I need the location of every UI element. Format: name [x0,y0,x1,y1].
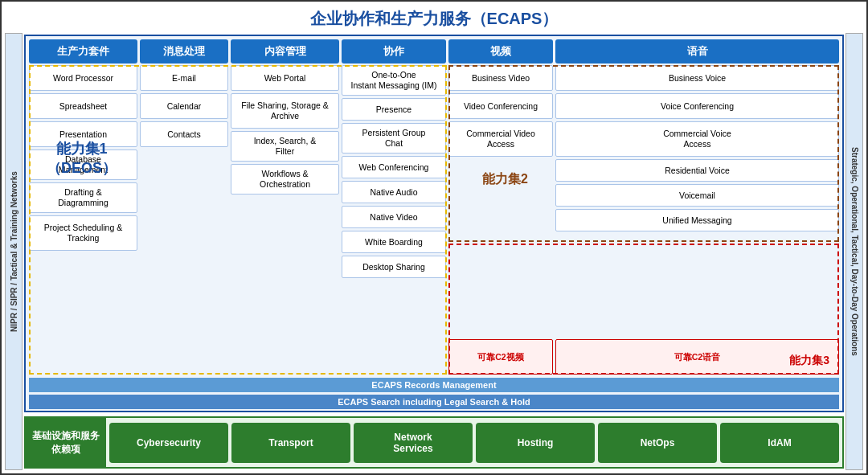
cell-spreadsheet: Spreadsheet [29,93,137,119]
col-header-voice: 语音 [555,39,839,63]
records-bar: ECAPS Records Management [29,378,839,392]
infra-network-services: NetworkServices [354,423,473,463]
cell-presence: Presence [342,98,446,121]
col-collab: One-to-OneInstant Messaging (IM) Presenc… [342,65,446,375]
left-label: NIPR / SIPR / Tactical & Training Networ… [5,33,23,470]
infra-idam: IdAM [720,423,839,463]
cell-c2-video: 可靠C2视频 [448,339,553,375]
infra-items: Cybersecurity Transport NetworkServices … [106,418,842,467]
cell-word-processor: Word Processor [29,65,137,91]
column-headers: 生产力套件 消息处理 内容管理 协作 视频 语音 [29,39,839,63]
cell-native-video: Native Video [342,206,446,228]
col-header-productivity: 生产力套件 [29,39,137,63]
cell-voice-spacer [555,234,839,337]
cell-voice-conferencing: Voice Conferencing [555,93,839,119]
cell-commercial-video: Commercial VideoAccess [448,121,553,157]
cell-desktop-sharing: Desktop Sharing [342,256,446,278]
cell-business-voice: Business Voice [555,65,839,91]
cell-unified-messaging: Unified Messaging [555,209,839,231]
infra-transport: Transport [231,423,350,463]
columns-content: 能力集1（DEOS） 能力集2 能力集3 Word Processor Spre… [29,65,839,375]
col-header-content: 内容管理 [231,39,339,63]
cell-business-video: Business Video [448,65,553,91]
col-content-mgmt: Web Portal File Sharing, Storage &Archiv… [231,65,339,375]
cell-video-conferencing: Video Conferencing [448,93,553,119]
cell-database: DatabaseManagement [29,149,137,180]
center-area: 生产力套件 消息处理 内容管理 协作 视频 语音 能力集1（DEOS） 能力集2 [23,33,845,470]
col-productivity: Word Processor Spreadsheet Presentation … [29,65,137,375]
col-header-collab: 协作 [342,39,446,63]
infra-cybersecurity: Cybersecurity [109,423,228,463]
cell-c2-voice: 可靠C2语音 [555,339,839,375]
cell-calendar: Calendar [140,93,228,119]
cell-persistent-group: Persistent GroupChat [342,123,446,154]
main-container: 企业协作和生产力服务（ECAPS） NIPR / SIPR / Tactical… [0,0,868,475]
infra-label: 基础设施和服务依赖项 [26,418,106,467]
cell-commercial-voice: Commercial VoiceAccess [555,121,839,157]
infra-box: 基础设施和服务依赖项 Cybersecurity Transport Netwo… [24,416,844,469]
cell-voicemail: Voicemail [555,184,839,207]
main-title: 企业协作和生产力服务（ECAPS） [5,5,863,33]
cell-workflows: Workflows &Orchestration [231,164,339,195]
cell-white-boarding: White Boarding [342,231,446,253]
cell-contacts: Contacts [140,121,228,147]
right-label: Strategic, Operational, Tactical, Day-to… [845,33,863,470]
cell-index-search: Index, Search, &Filter [231,131,339,162]
cell-presentation: Presentation [29,121,137,147]
cell-one-to-one: One-to-OneInstant Messaging (IM) [342,65,446,96]
cell-email: E-mail [140,65,228,91]
cell-project: Project Scheduling &Tracking [29,215,137,251]
cell-residential-voice: Residential Voice [555,159,839,182]
cell-web-conf: Web Conferencing [342,156,446,178]
content-area: NIPR / SIPR / Tactical & Training Networ… [5,33,863,470]
col-header-video: 视频 [448,39,553,63]
infra-hosting: Hosting [476,423,595,463]
col-header-messaging: 消息处理 [140,39,228,63]
col-messaging: E-mail Calendar Contacts [140,65,228,375]
infra-netops: NetOps [598,423,717,463]
cell-file-sharing: File Sharing, Storage &Archive [231,93,339,129]
cell-native-audio: Native Audio [342,181,446,203]
cell-drafting: Drafting &Diagramming [29,182,137,213]
search-bar: ECAPS Search including Legal Search & Ho… [29,395,839,409]
col-voice: Business Voice Voice Conferencing Commer… [555,65,839,375]
cell-video-spacer [448,159,553,337]
col-video: Business Video Video Conferencing Commer… [448,65,553,375]
cell-web-portal: Web Portal [231,65,339,91]
ecaps-box: 生产力套件 消息处理 内容管理 协作 视频 语音 能力集1（DEOS） 能力集2 [24,35,844,412]
